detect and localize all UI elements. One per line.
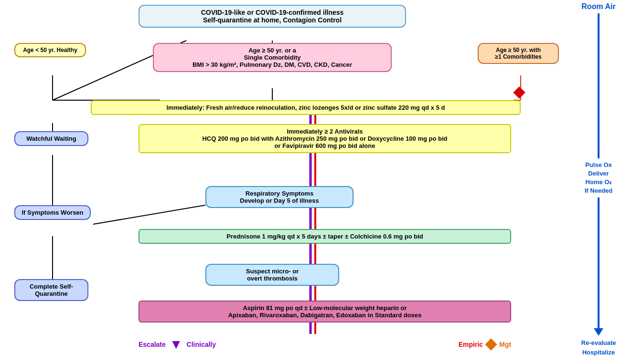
age-multi-box: Age ≥ 50 yr. with ≥1 Comorbidities bbox=[478, 43, 559, 64]
age-comorbidity-box: Age ≥ 50 yr. or a Single Comorbidity BMI… bbox=[153, 43, 392, 72]
diamond-red-icon bbox=[513, 86, 525, 98]
quarantine-text: Complete Self-Quarantine bbox=[30, 283, 73, 297]
zinc-text: Immediately: Fresh air/reduce reinoculat… bbox=[166, 104, 445, 111]
aspirin-text: Aspirin 81 mg po qd ± Low-molecular weig… bbox=[228, 304, 422, 319]
zinc-box: Immediately: Fresh air/reduce reinoculat… bbox=[91, 100, 521, 115]
empiric-label: Empiric bbox=[459, 341, 483, 348]
respiratory-text: Respiratory Symptoms Develop or Day 5 of… bbox=[240, 190, 319, 204]
pulse-ox-label: Pulse Ox Deliver Home O₂ If Needed bbox=[585, 161, 613, 196]
mgt-label: Mgt bbox=[499, 341, 511, 348]
flowchart: COVID-19-like or COVID-19-confirmed illn… bbox=[5, 5, 568, 359]
watchful-text: Watchful Waiting bbox=[26, 135, 76, 142]
re-evaluate-label: Re-evaluate Hospitalize bbox=[581, 338, 616, 357]
arrow-down-purple-icon: ▼ bbox=[170, 337, 183, 352]
symptoms-worsen-box: If Symptoms Worsen bbox=[14, 205, 91, 220]
symptoms-worsen-text: If Symptoms Worsen bbox=[21, 209, 83, 216]
respiratory-box: Respiratory Symptoms Develop or Day 5 of… bbox=[205, 186, 353, 208]
antivirals-text: Immediately ≥ 2 Antivirals HCQ 200 mg po… bbox=[202, 128, 447, 149]
room-air-label: Room Air bbox=[581, 2, 615, 11]
sidebar-line-top bbox=[598, 28, 600, 158]
diamond-orange-icon bbox=[485, 338, 497, 350]
aspirin-box: Aspirin 81 mg po qd ± Low-molecular weig… bbox=[139, 301, 511, 322]
antivirals-box: Immediately ≥ 2 Antivirals HCQ 200 mg po… bbox=[139, 124, 511, 153]
thrombosis-text: Suspect micro- or overt thrombosis bbox=[246, 268, 299, 282]
svg-line-9 bbox=[93, 205, 205, 224]
escalate-row: Escalate ▼ Clinically Empiric Mgt bbox=[139, 337, 511, 352]
thrombosis-box: Suspect micro- or overt thrombosis bbox=[205, 264, 339, 286]
prednisone-box: Prednisone 1 mg/kg qd x 5 days ± taper ±… bbox=[139, 229, 511, 244]
prednisone-text: Prednisone 1 mg/kg qd x 5 days ± taper ±… bbox=[226, 233, 423, 240]
top-main-text: COVID-19-like or COVID-19-confirmed illn… bbox=[201, 9, 344, 24]
sidebar-arrow-down-icon bbox=[594, 328, 603, 336]
age-healthy-text: Age < 50 yr. Healthy bbox=[23, 47, 77, 53]
top-main-box: COVID-19-like or COVID-19-confirmed illn… bbox=[139, 5, 406, 28]
age-comorbidity-text: Age ≥ 50 yr. or a Single Comorbidity BMI… bbox=[193, 47, 352, 68]
right-sidebar: Room Air Pulse Ox Deliver Home O₂ If Nee… bbox=[568, 2, 630, 357]
main-container: COVID-19-like or COVID-19-confirmed illn… bbox=[0, 0, 632, 364]
watchful-waiting-box: Watchful Waiting bbox=[14, 131, 88, 146]
clinically-label: Clinically bbox=[187, 341, 216, 348]
sidebar-line-mid bbox=[598, 198, 600, 328]
sidebar-arrow-start bbox=[598, 13, 600, 28]
age-healthy-box: Age < 50 yr. Healthy bbox=[14, 43, 86, 57]
age-multi-text: Age ≥ 50 yr. with ≥1 Comorbidities bbox=[495, 47, 541, 60]
quarantine-box: Complete Self-Quarantine bbox=[14, 279, 88, 301]
escalate-label: Escalate bbox=[139, 341, 166, 348]
